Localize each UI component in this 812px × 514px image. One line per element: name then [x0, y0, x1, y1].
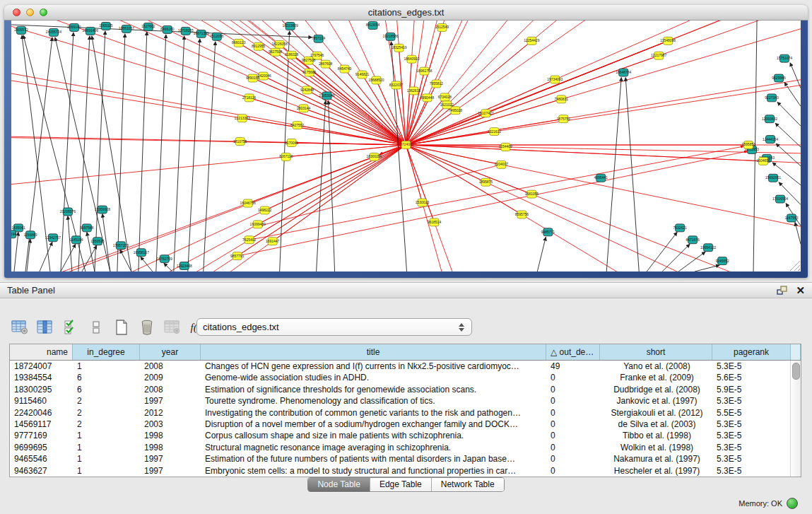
graph-node-label: 1621022: [440, 103, 454, 107]
column-header-title[interactable]: title: [201, 344, 546, 360]
table-row[interactable]: 1830029562008Estimation of significance …: [10, 384, 801, 395]
delete-column-button[interactable]: [136, 316, 158, 339]
graph-edge: [292, 143, 406, 145]
cell-year: 1997: [140, 465, 201, 477]
graph-node-label: 12213383: [235, 116, 250, 120]
graph-node-label: 8186328: [285, 52, 299, 57]
graph-node-label: 10719155: [178, 28, 194, 33]
table-selector-value: citations_edges.txt: [203, 322, 459, 332]
graph-edge: [784, 83, 801, 107]
table-row[interactable]: 2242004622012Investigating the contribut…: [10, 407, 801, 419]
graph-edge: [139, 32, 147, 271]
graph-node-label: 7857224: [312, 36, 326, 40]
table-row[interactable]: 969969511998Structural magnetic resonanc…: [10, 442, 801, 453]
graph-node-label: 9175685: [302, 70, 317, 74]
table-row[interactable]: 946362711997Embryonic stem cells: a mode…: [10, 465, 801, 477]
graph-edge: [55, 37, 110, 271]
scrollbar-thumb[interactable]: [792, 363, 800, 380]
graph-node-label: 18724007: [398, 143, 413, 147]
graph-node-label: 24055724: [46, 30, 61, 34]
cell-in_degree: 1: [73, 442, 140, 453]
cell-pagerank: 5.3E-5: [712, 361, 791, 372]
network-canvas[interactable]: 1872400724055722405572420691402069140610…: [11, 21, 801, 271]
create-column-button[interactable]: [110, 316, 133, 339]
graph-edge: [606, 78, 621, 271]
show-columns-button[interactable]: [34, 316, 57, 339]
graph-node-label: 16671355: [194, 31, 209, 35]
cell-pagerank: 5.5E-5: [712, 407, 791, 419]
cell-short: Franke et al. (2009): [600, 372, 712, 383]
cell-title: Changes of HCN gene expression and I(f) …: [201, 361, 546, 372]
cell-in_degree: 6: [73, 372, 140, 383]
graph-edge: [406, 145, 801, 271]
graph-edge: [537, 237, 546, 271]
column-header-name[interactable]: name: [10, 344, 73, 360]
row-height-button[interactable]: [85, 316, 107, 339]
cell-out_de: 0: [546, 465, 600, 477]
table-vertical-scrollbar[interactable]: [790, 361, 801, 477]
column-header-pagerank[interactable]: pagerank: [712, 344, 791, 360]
cell-year: 2009: [140, 372, 201, 383]
graph-node-label: 8660123: [232, 40, 246, 45]
graph-node-label: 16099489: [250, 222, 266, 226]
cell-out_de: 49: [546, 361, 600, 372]
column-header-out_de[interactable]: △ out_de…: [546, 344, 600, 360]
delete-table-button[interactable]: [161, 316, 184, 339]
cell-in_degree: 1: [73, 361, 140, 372]
cell-short: Wolkin et al. (1998): [600, 442, 712, 453]
graph-edge: [406, 21, 801, 145]
table-options-button[interactable]: [8, 316, 31, 339]
table-row[interactable]: 977716911998Corpus callosum shape and si…: [10, 430, 801, 441]
graph-edge: [406, 21, 801, 145]
tab-network-table[interactable]: Network Table: [431, 478, 504, 491]
table-row[interactable]: 1938455462009Genome-wide association stu…: [10, 372, 801, 383]
graph-node-label: 15751074: [777, 56, 792, 60]
select-columns-button[interactable]: [59, 316, 82, 339]
column-header-in_degree[interactable]: in_degree: [73, 344, 140, 360]
column-header-filler: [791, 344, 801, 360]
graph-node-label: 16648784: [616, 70, 631, 74]
tab-node-table[interactable]: Node Table: [308, 478, 370, 491]
graph-edge: [280, 31, 290, 271]
table-selector-dropdown[interactable]: citations_edges.txt: [196, 318, 472, 336]
cell-pagerank: 5.3E-5: [712, 465, 791, 477]
node-table: namein_degreeyeartitle△ out_de…shortpage…: [9, 344, 801, 477]
graph-node-label: 2803144: [297, 106, 311, 110]
graph-node-label: 8595756: [515, 212, 529, 216]
float-panel-icon[interactable]: [776, 285, 789, 296]
cell-title: Corpus callosum shape and size in male p…: [201, 430, 546, 441]
graph-node-label: 3915941: [11, 232, 18, 236]
network-window-titlebar[interactable]: citations_edges.txt: [4, 5, 808, 21]
graph-node-label: 18325419: [391, 45, 406, 49]
graph-node-label: 1156869: [23, 233, 37, 237]
graph-edge: [406, 145, 801, 189]
close-panel-icon[interactable]: ✕: [796, 286, 805, 296]
graph-node-label: 7480831: [555, 97, 569, 101]
graph-node-label: 1595853: [741, 143, 755, 147]
graph-edge: [406, 21, 801, 145]
column-header-year[interactable]: year: [140, 344, 201, 360]
table-row[interactable]: 911546021997Tourette syndrome. Phenomeno…: [10, 395, 801, 407]
graph-node-label: 2867608: [319, 62, 333, 66]
graph-node-label: 8170041: [285, 141, 299, 145]
graph-edge: [406, 41, 532, 145]
table-row[interactable]: 1456911722003Disruption of a novel membe…: [10, 419, 801, 430]
table-row[interactable]: 1872400712008Changes of HCN gene express…: [10, 361, 801, 372]
cell-name: 9699695: [10, 442, 73, 453]
cell-out_de: 0: [546, 430, 600, 441]
memory-status-indicator[interactable]: [787, 498, 798, 509]
graph-node-label: 19218586: [382, 34, 398, 38]
table-row[interactable]: 946554611997Estimation of the future num…: [10, 453, 801, 465]
graph-node-label: 9242848: [300, 88, 314, 92]
graph-node-label: 1321612: [488, 129, 502, 134]
graph-edge: [406, 21, 801, 145]
graph-node-label: 7625402: [242, 238, 257, 242]
tab-edge-table[interactable]: Edge Table: [370, 478, 431, 491]
graph-edge: [11, 145, 406, 243]
graph-node-label: 21053346: [319, 93, 335, 98]
graph-edge: [406, 21, 801, 145]
graph-node-label: 1065325: [99, 23, 113, 28]
column-header-short[interactable]: short: [600, 344, 712, 360]
graph-node-label: 15688520: [368, 78, 384, 82]
cell-year: 1998: [140, 430, 201, 441]
